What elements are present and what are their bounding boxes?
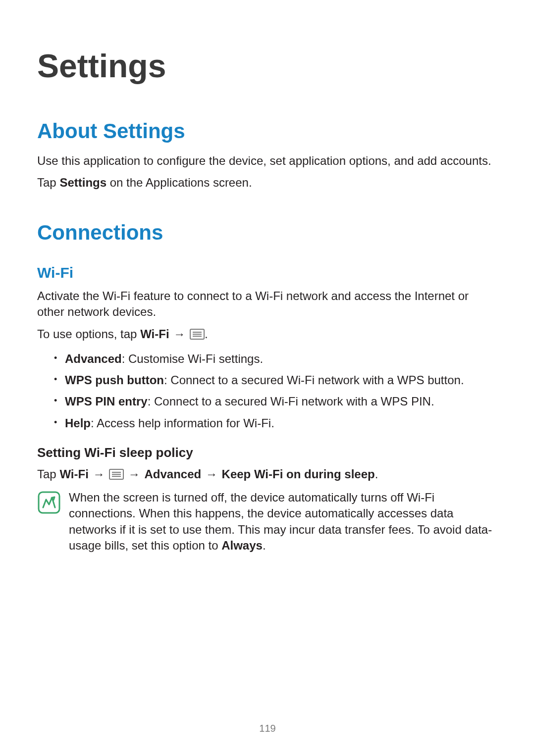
arrow-icon: →: [205, 466, 218, 482]
page-number: 119: [0, 723, 535, 734]
option-label: WPS PIN entry: [65, 395, 148, 408]
option-desc: : Customise Wi-Fi settings.: [122, 352, 263, 365]
text-fragment: .: [375, 467, 378, 481]
text-fragment: To use options, tap: [37, 327, 140, 341]
arrow-icon: →: [127, 466, 141, 482]
wifi-options-list: Advanced: Customise Wi-Fi settings. WPS …: [37, 350, 498, 432]
wifi-para1: Activate the Wi-Fi feature to connect to…: [37, 288, 498, 320]
arrow-icon: →: [172, 326, 186, 342]
always-bold-label: Always: [221, 539, 263, 552]
option-desc: : Connect to a secured Wi-Fi network wit…: [148, 395, 434, 408]
text-fragment: When the screen is turned off, the devic…: [69, 491, 492, 552]
menu-icon: [109, 468, 124, 484]
wifi-sleep-path: Tap Wi-Fi → → Advanced → Keep Wi-Fi on d…: [37, 466, 498, 484]
note-block: When the screen is turned off, the devic…: [37, 490, 498, 554]
about-settings-heading: About Settings: [37, 119, 498, 143]
svg-rect-8: [39, 492, 59, 513]
path-step: Advanced: [145, 467, 202, 481]
connections-heading: Connections: [37, 221, 498, 245]
document-page: Settings About Settings Use this applica…: [0, 0, 535, 756]
option-desc: : Access help information for Wi-Fi.: [91, 416, 274, 430]
wifi-para2: To use options, tap Wi-Fi → .: [37, 326, 498, 344]
option-label: WPS push button: [65, 373, 164, 387]
path-step: Wi-Fi: [59, 467, 88, 481]
note-text: When the screen is turned off, the devic…: [69, 490, 498, 554]
list-item: WPS PIN entry: Connect to a secured Wi-F…: [54, 392, 498, 410]
page-title: Settings: [37, 47, 498, 85]
text-fragment: .: [263, 539, 266, 552]
option-label: Advanced: [65, 352, 122, 365]
list-item: WPS push button: Connect to a secured Wi…: [54, 371, 498, 389]
option-desc: : Connect to a secured Wi-Fi network wit…: [164, 373, 464, 387]
settings-bold-label: Settings: [59, 176, 107, 189]
menu-icon: [190, 328, 205, 344]
text-fragment: Tap: [37, 176, 59, 189]
wifi-heading: Wi-Fi: [37, 264, 498, 281]
text-fragment: Tap: [37, 467, 59, 481]
about-settings-para2: Tap Settings on the Applications screen.: [37, 175, 498, 191]
wifi-sleep-heading: Setting Wi-Fi sleep policy: [37, 445, 498, 460]
note-icon: [37, 491, 61, 514]
list-item: Help: Access help information for Wi-Fi.: [54, 414, 498, 432]
text-fragment: on the Applications screen.: [107, 176, 252, 189]
option-label: Help: [65, 416, 91, 430]
list-item: Advanced: Customise Wi-Fi settings.: [54, 350, 498, 368]
path-step: Keep Wi-Fi on during sleep: [222, 467, 375, 481]
wifi-bold-label: Wi-Fi: [140, 327, 169, 341]
arrow-icon: →: [92, 466, 106, 482]
about-settings-para1: Use this application to configure the de…: [37, 153, 498, 169]
text-fragment: .: [205, 327, 208, 341]
